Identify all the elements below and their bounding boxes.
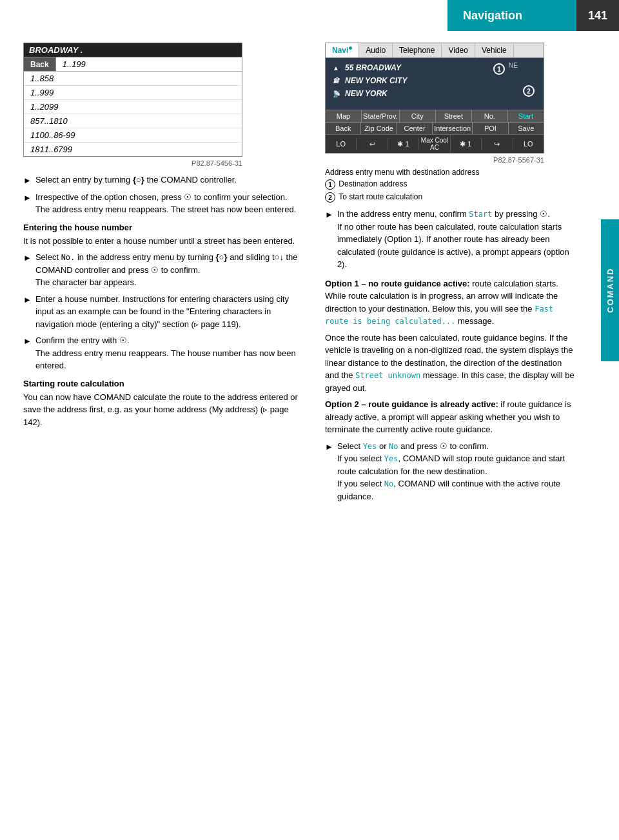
center-button[interactable]: Center: [397, 123, 433, 134]
section-heading-route: Starting route calculation: [23, 379, 307, 388]
tab-telephone[interactable]: Telephone: [393, 43, 442, 57]
left-column: BROADWAY . Back 1..199 1..858 1..999 1..…: [23, 43, 307, 509]
section-heading-house-number: Entering the house number: [23, 223, 307, 232]
circle-1-label: 1: [325, 179, 335, 190]
bullet-text: Irrespective of the option chosen, press…: [35, 191, 307, 216]
bullet-arrow-icon: ►: [325, 208, 333, 271]
triangle-icon: ▲: [331, 63, 341, 73]
circle-2-badge: 2: [523, 85, 535, 97]
navi-row-nyc: 🏛 NEW YORK CITY: [331, 75, 538, 86]
building-icon: 🏛: [331, 75, 341, 86]
bullet-arrow-icon: ►: [23, 174, 32, 187]
list-item[interactable]: 1..858: [24, 72, 242, 86]
zip-code-button[interactable]: Zip Code: [361, 123, 397, 134]
city-button[interactable]: City: [400, 110, 436, 122]
navi-nyc-text: NEW YORK CITY: [345, 76, 407, 85]
navi-widget-wrap: Navi Audio Telephone Video Vehicle ▲ 55 …: [325, 43, 576, 164]
circle-2-label: 2: [325, 192, 335, 203]
bullet-item: ► Enter a house number. Instructions for…: [23, 293, 307, 331]
page-header: Navigation 141: [0, 0, 619, 31]
no-button[interactable]: No.: [472, 110, 508, 122]
option1-heading: Option 1 – no route guidance active:: [325, 279, 470, 288]
lo-right: LO: [513, 138, 544, 150]
right-column: Navi Audio Telephone Video Vehicle ▲ 55 …: [325, 43, 596, 509]
bullet-text: Select an entry by turning {○} the COMAN…: [35, 174, 307, 187]
navi-newyork-text: NEW YORK: [345, 89, 388, 98]
header-left-space: [0, 0, 447, 31]
main-content: BROADWAY . Back 1..199 1..858 1..999 1..…: [0, 31, 619, 521]
lo-left: LO: [326, 138, 357, 150]
star-1-left: ✱ 1: [388, 138, 419, 150]
tab-audio[interactable]: Audio: [359, 43, 393, 57]
list-item[interactable]: 1..999: [24, 86, 242, 100]
street-button[interactable]: Street: [436, 110, 472, 122]
bullet-arrow-icon: ►: [23, 252, 32, 289]
map-button[interactable]: Map: [326, 110, 362, 122]
navi-bottom-row: LO ↩ ✱ 1 Max CoolAC ✱ 1 ↪ LO: [326, 134, 544, 153]
bullet-arrow-icon: ►: [23, 335, 32, 372]
bullet-item: ► Select an entry by turning {○} the COM…: [23, 174, 307, 187]
arrow-right: ↪: [482, 138, 513, 150]
arrow-left: ↩: [357, 138, 388, 150]
street-list-widget: BROADWAY . Back 1..199 1..858 1..999 1..…: [23, 43, 242, 174]
bullet-item: ► In the address entry menu, confirm Sta…: [325, 208, 576, 271]
compass-indicator: NE: [509, 62, 518, 69]
bullet-section-1: ► Select an entry by turning {○} the COM…: [23, 174, 307, 216]
star-1-right: ✱ 1: [451, 138, 482, 150]
navi-button-row-2: Back Zip Code Center Intersection POI Sa…: [326, 122, 544, 134]
bullet-arrow-icon: ►: [23, 294, 32, 331]
page-number: 141: [576, 0, 619, 31]
tab-navi[interactable]: Navi: [326, 43, 359, 57]
list-item[interactable]: 1..2099: [24, 100, 242, 114]
intersection-button[interactable]: Intersection: [433, 123, 473, 134]
header-right: Navigation 141: [447, 0, 619, 31]
back-button[interactable]: Back: [24, 57, 56, 71]
comand-side-label: COMAND: [601, 219, 619, 361]
street-back-value: 1..199: [56, 57, 242, 71]
navi-row-newyork: 📡 NEW YORK: [331, 88, 538, 99]
option2-para-2: Option 2 – route guidance is already act…: [325, 398, 576, 436]
state-prov-button[interactable]: State/Prov.: [362, 110, 400, 122]
tab-video[interactable]: Video: [442, 43, 475, 57]
addr-item-2: 2 To start route calculation: [325, 192, 576, 203]
bullet-arrow-icon: ►: [325, 441, 333, 503]
bullet-text: Select Yes or No and press ☉ to confirm.…: [337, 440, 576, 503]
street-header: BROADWAY .: [24, 43, 242, 57]
option2-heading: Option 2 – route guidance is already act…: [325, 399, 498, 409]
navi-screen-widget: Navi Audio Telephone Video Vehicle ▲ 55 …: [325, 43, 544, 154]
image-reference-left: P82.87-5456-31: [23, 159, 242, 167]
save-button[interactable]: Save: [509, 123, 544, 134]
list-item[interactable]: 1811..6799: [24, 143, 242, 156]
list-item[interactable]: 1100..86-99: [24, 128, 242, 143]
navi-screen-display: ▲ 55 BROADWAY 🏛 NEW YORK CITY 📡 NEW YORK…: [326, 58, 544, 110]
bullet-arrow-icon: ►: [23, 192, 32, 216]
signal-icon: 📡: [331, 88, 341, 99]
navi-tab-bar: Navi Audio Telephone Video Vehicle: [326, 43, 544, 58]
poi-button[interactable]: POI: [473, 123, 508, 134]
bullet-text: Confirm the entry with ☉.The address ent…: [35, 334, 307, 372]
option1-para: Option 1 – no route guidance active: rou…: [325, 277, 576, 328]
start-button[interactable]: Start: [508, 110, 544, 122]
image-reference-right: P82.87-5567-31: [325, 156, 544, 164]
bullet-item: ► Select Yes or No and press ☉ to confir…: [325, 440, 576, 503]
street-list-box: BROADWAY . Back 1..199 1..858 1..999 1..…: [23, 43, 242, 157]
navi-row-broadway: ▲ 55 BROADWAY: [331, 62, 538, 74]
navigation-header-label: Navigation: [447, 0, 576, 31]
addr-item-1: 1 Destination address: [325, 179, 576, 190]
list-item[interactable]: 857..1810: [24, 114, 242, 128]
bullet-item: ► Select No. in the address entry menu b…: [23, 251, 307, 289]
bullet-section-2: ► Select No. in the address entry menu b…: [23, 251, 307, 372]
bullet-item: ► Confirm the entry with ☉.The address e…: [23, 334, 307, 372]
street-back-row: Back 1..199: [24, 57, 242, 72]
right-bullet-section-2: ► Select Yes or No and press ☉ to confir…: [325, 440, 576, 503]
bullet-text: Select No. in the address entry menu by …: [35, 251, 307, 289]
back-button-2[interactable]: Back: [326, 123, 361, 134]
bullet-item: ► Irrespective of the option chosen, pre…: [23, 191, 307, 216]
bullet-text: In the address entry menu, confirm Start…: [337, 208, 576, 271]
address-entry-caption: Address entry menu with destination addr…: [325, 168, 576, 177]
navi-button-row-1: Map State/Prov. City Street No. Start: [326, 110, 544, 122]
section-para-house-number: It is not possible to enter a house numb…: [23, 235, 307, 248]
section-para-route: You can now have COMAND calculate the ro…: [23, 391, 307, 429]
tab-vehicle[interactable]: Vehicle: [475, 43, 514, 57]
navi-broadway-text: 55 BROADWAY: [345, 63, 401, 72]
